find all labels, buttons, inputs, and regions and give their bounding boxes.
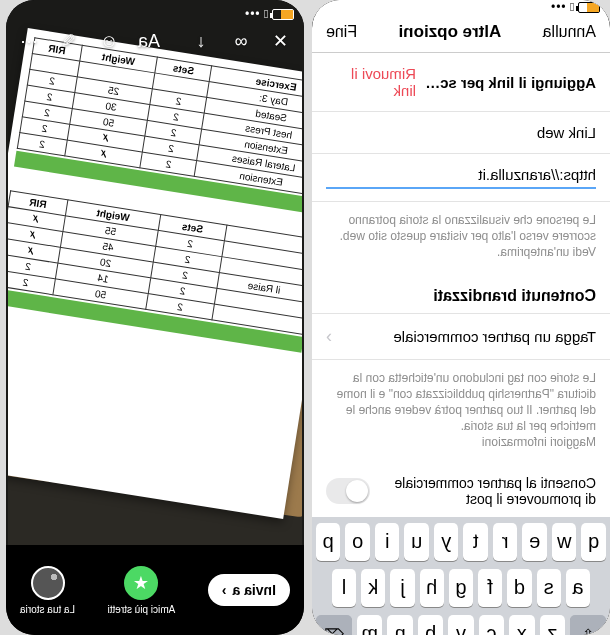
key-w[interactable]: w: [552, 523, 577, 561]
key-v[interactable]: v: [448, 615, 473, 636]
send-to-button[interactable]: Invia a ›: [208, 574, 290, 606]
close-friends-button[interactable]: ★ Amici più stretti: [108, 566, 176, 615]
key-a[interactable]: a: [566, 569, 590, 607]
key-c[interactable]: c: [479, 615, 504, 636]
key-i[interactable]: i: [375, 523, 400, 561]
link-header-row: Aggiungi il link per scorrere v... Rimuo…: [312, 53, 610, 112]
key-b[interactable]: b: [418, 615, 443, 636]
workout-sheet: Exercise Sets Weight RIR Day 3: Seated22…: [8, 28, 302, 519]
keyboard-row-3: ⇧ z x c v b n m ⌫: [316, 615, 606, 636]
key-h[interactable]: h: [420, 569, 444, 607]
key-u[interactable]: u: [405, 523, 430, 561]
key-o[interactable]: o: [346, 523, 371, 561]
allow-promote-toggle[interactable]: [326, 478, 370, 504]
close-icon[interactable]: ✕: [268, 28, 294, 54]
key-z[interactable]: z: [540, 615, 565, 636]
help-text: Le persone che visualizzano la storia po…: [312, 202, 610, 275]
story-toolbar: ✕ ∞ ↓ Aa ☺ ✎ ⋯: [6, 28, 304, 54]
keyboard-row-1: q w e r t y u i o p: [316, 523, 606, 561]
battery-icon: [272, 9, 294, 20]
weblink-label: Link web: [537, 124, 596, 141]
key-q[interactable]: q: [582, 523, 607, 561]
allow-promote-label: Consenti al partner commerciale di promu…: [386, 475, 596, 507]
phone-settings: 􀙇 ••• Annulla Altre opzioni Fine Aggiung…: [312, 0, 610, 635]
chevron-right-icon: ›: [222, 582, 227, 598]
avatar-icon: [31, 566, 65, 600]
tag-partner-row[interactable]: Tagga un partner commerciale ›: [312, 314, 610, 360]
cancel-button[interactable]: Annulla: [543, 23, 596, 41]
help-body: Le persone che visualizzano la storia po…: [340, 213, 596, 243]
nav-bar: Annulla Altre opzioni Fine: [312, 14, 610, 53]
wifi-icon: 􀙇: [570, 0, 574, 14]
key-s[interactable]: s: [537, 569, 561, 607]
key-k[interactable]: k: [361, 569, 385, 607]
more-info-link[interactable]: Maggiori informazioni: [482, 435, 596, 449]
key-g[interactable]: g: [449, 569, 473, 607]
key-e[interactable]: e: [523, 523, 548, 561]
keyboard: q w e r t y u i o p a s d: [312, 517, 610, 636]
more-icon[interactable]: ⋯: [16, 28, 42, 54]
key-p[interactable]: p: [316, 523, 341, 561]
phone-story: Exercise Sets Weight RIR Day 3: Seated22…: [6, 0, 304, 635]
sticker-icon[interactable]: ☺: [96, 28, 122, 54]
url-field-row: https://aranzulla.it: [312, 154, 610, 202]
shift-key[interactable]: ⇧: [570, 615, 606, 636]
key-l[interactable]: l: [332, 569, 356, 607]
allow-promote-row: Consenti al partner commerciale di promu…: [312, 465, 610, 517]
key-r[interactable]: r: [493, 523, 518, 561]
send-label: Invia a: [232, 582, 276, 598]
close-friends-label: Amici più stretti: [108, 604, 176, 615]
battery-icon: [578, 2, 600, 13]
text-tool-icon[interactable]: Aa: [136, 28, 162, 54]
key-d[interactable]: d: [507, 569, 531, 607]
star-icon: ★: [124, 566, 158, 600]
your-story-button[interactable]: La tua storia: [20, 566, 75, 615]
key-m[interactable]: m: [357, 615, 382, 636]
preview-link[interactable]: Vedi un'anteprima.: [497, 245, 596, 259]
url-input[interactable]: https://aranzulla.it: [326, 166, 596, 189]
tag-help: Le storie con tag includono un'etichetta…: [312, 360, 610, 465]
story-bottom-bar: Invia a › ★ Amici più stretti La tua sto…: [6, 545, 304, 635]
link-header: Aggiungi il link per scorrere v...: [416, 74, 596, 91]
chevron-right-icon: ›: [326, 326, 332, 347]
tag-help-body: Le storie con tag includono un'etichetta…: [337, 371, 596, 434]
page-title: Altre opzioni: [398, 22, 501, 42]
backspace-key[interactable]: ⌫: [316, 615, 352, 636]
draw-icon[interactable]: ✎: [56, 28, 82, 54]
done-button[interactable]: Fine: [326, 23, 357, 41]
remove-link-button[interactable]: Rimuovi il link: [326, 65, 416, 99]
signal-icon: •••: [550, 0, 566, 14]
key-n[interactable]: n: [387, 615, 412, 636]
keyboard-row-2: a s d f g h j k l: [316, 569, 606, 607]
key-x[interactable]: x: [509, 615, 534, 636]
status-bar: 􀙇 •••: [312, 0, 610, 14]
weblink-label-row: Link web: [312, 112, 610, 154]
key-j[interactable]: j: [390, 569, 414, 607]
boomerang-icon[interactable]: ∞: [228, 28, 254, 54]
story-photo[interactable]: Exercise Sets Weight RIR Day 3: Seated22…: [8, 0, 302, 635]
your-story-label: La tua storia: [20, 604, 75, 615]
tag-partner-label: Tagga un partner commerciale: [393, 328, 596, 345]
key-t[interactable]: t: [464, 523, 489, 561]
key-y[interactable]: y: [434, 523, 459, 561]
key-f[interactable]: f: [478, 569, 502, 607]
branded-section-header: Contenuti brandizzati: [312, 275, 610, 314]
download-icon[interactable]: ↓: [188, 28, 214, 54]
